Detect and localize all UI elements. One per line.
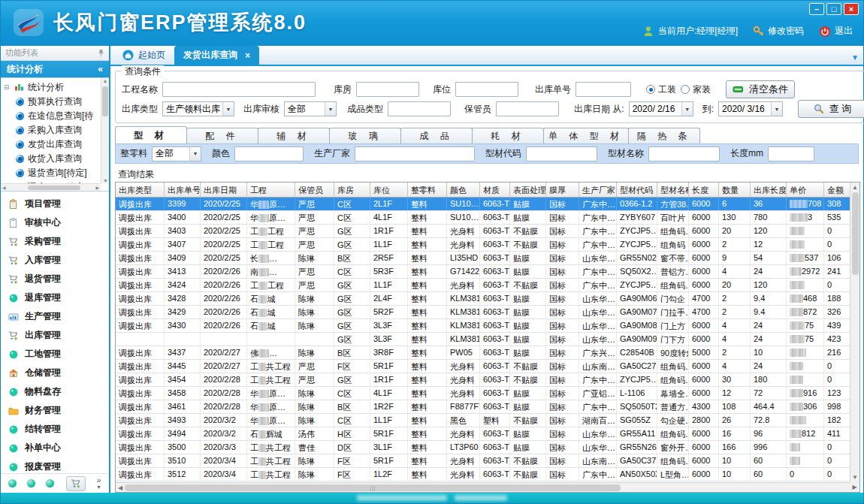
grid-column-header[interactable]: 单价 xyxy=(787,183,824,197)
radio-jiazhuang[interactable]: 家装 xyxy=(681,83,711,96)
material-tab[interactable]: 辅 材 xyxy=(258,128,330,143)
table-row[interactable]: 调拨出库35122020/3/4工共工程陈琳F区1L2F整料光身料6063-T5… xyxy=(116,468,850,481)
table-row[interactable]: 调拨出库34582020/2/28华原…陈琳C区4L1F整料光身料6063-T5… xyxy=(116,387,850,400)
tab-shipping-outbound-query[interactable]: 发货出库查询 × xyxy=(174,46,259,65)
circle-icon[interactable] xyxy=(46,479,54,487)
sidebar-item[interactable]: 报废管理 xyxy=(1,457,109,473)
tree-item[interactable]: 发货出库查询 xyxy=(4,137,109,152)
grid-column-header[interactable]: 库位 xyxy=(370,183,408,197)
sidebar-item[interactable]: 补单中心 xyxy=(1,439,109,457)
tree-item[interactable]: 收货入库查询 xyxy=(4,152,109,166)
product-type-input[interactable] xyxy=(388,101,451,116)
material-tab[interactable]: 隔 热 条 xyxy=(628,128,700,143)
tree-item[interactable]: 采购入库查询 xyxy=(4,123,109,137)
table-row[interactable]: 调拨出库34242020/2/26工工程严思G区1L1F整料光身料6063-T5… xyxy=(116,279,850,292)
grid-column-header[interactable]: 保管员 xyxy=(295,183,334,197)
tree-vertical-scrollbar[interactable]: ▲ ▼ xyxy=(101,78,109,183)
outbound-order-input[interactable] xyxy=(575,82,631,97)
table-row[interactable]: 调拨出库34292020/2/26石城陈琳G区5R2F整料KLM38176063… xyxy=(116,306,850,319)
sidebar-item[interactable]: 出库管理 xyxy=(1,326,109,345)
sidebar-item[interactable]: 物料盘存 xyxy=(1,382,109,401)
material-tab[interactable]: 配 件 xyxy=(186,128,258,143)
tree-root[interactable]: ⊟统计分析 xyxy=(4,80,109,95)
grid-column-header[interactable]: 整零料 xyxy=(408,183,447,197)
pin-icon[interactable] xyxy=(98,49,104,57)
filter-input[interactable] xyxy=(234,146,304,161)
date-from-select[interactable]: 2020/ 2/16 ▼ xyxy=(629,101,693,116)
tree-expand-icon[interactable]: ⊟ xyxy=(4,83,11,91)
table-row[interactable]: 调拨出库34092020/2/25长…陈琳B区2R5F整料LI35HD6063-… xyxy=(116,252,850,265)
tree-horizontal-scrollbar[interactable]: ◀ ▶ xyxy=(1,183,101,191)
chevron-down-icon[interactable]: ▼ xyxy=(222,102,234,116)
radio-gongzhuang[interactable]: 工装 xyxy=(646,83,676,96)
table-row[interactable]: 调拨出库34932020/3/2华原…陈琳C区1L1F整料黑色塑料不贴膜国标湖南… xyxy=(116,414,850,427)
table-row[interactable]: 调拨出库34282020/2/26石城陈琳G区2L4F整料KLM38176063… xyxy=(116,292,850,306)
clear-conditions-button[interactable]: 清空条件 xyxy=(726,80,795,98)
sidebar-item[interactable]: 工地管理 xyxy=(1,345,109,364)
material-tab[interactable]: 耗 材 xyxy=(472,128,544,143)
tab-home[interactable]: 起始页 xyxy=(113,46,174,65)
table-row[interactable]: 调拨出库33992020/2/25华原…严思C区2L1F整料SU10…6063-… xyxy=(116,198,850,211)
logout-button[interactable]: 退出 xyxy=(819,25,853,38)
cart-shortcut-button[interactable] xyxy=(66,476,86,491)
filter-input[interactable] xyxy=(768,146,814,161)
chevron-down-icon[interactable]: ▼ xyxy=(771,102,782,116)
grid-column-header[interactable]: 金额 xyxy=(824,183,850,197)
tree-item[interactable]: 退货查询[待定] xyxy=(4,166,109,180)
scrollbar-thumb[interactable] xyxy=(102,86,108,116)
scroll-up-icon[interactable]: ▲ xyxy=(103,78,108,83)
grid-vertical-scrollbar[interactable]: ▲ ▼ xyxy=(850,183,859,482)
sidebar-item[interactable]: 结转管理 xyxy=(1,420,109,439)
grid-column-header[interactable]: 数量 xyxy=(719,183,751,197)
table-row[interactable]: 调拨出库34002020/2/25华原…严思C区4L1F整料SU10…6063-… xyxy=(116,211,850,225)
tree-item[interactable]: 在途信息查询[待 xyxy=(4,109,109,123)
sidebar-item[interactable]: 财务管理 xyxy=(1,401,109,420)
scroll-up-icon[interactable]: ▲ xyxy=(852,184,858,191)
sidebar-item[interactable]: 审核中心 xyxy=(1,213,109,232)
material-tab[interactable]: 成 品 xyxy=(400,128,473,143)
warehouse-input[interactable] xyxy=(356,82,419,97)
grid-column-header[interactable]: 型材名称 xyxy=(657,183,689,197)
table-row[interactable]: 调拨出库34302020/2/26石城陈琳G区3L3F整料KLM38176063… xyxy=(116,319,850,333)
grid-column-header[interactable]: 工程 xyxy=(247,183,295,197)
scroll-right-icon[interactable]: ▶ xyxy=(95,185,99,190)
table-row[interactable]: 调拨出库35102020/3/4工共工程陈琳F区5R1F整料光身料6063-T5… xyxy=(116,454,850,468)
grid-column-header[interactable]: 出库日期 xyxy=(201,183,247,197)
scrollbar-thumb[interactable] xyxy=(852,192,859,275)
filter-input[interactable] xyxy=(355,146,475,161)
sidebar-item[interactable]: 项目管理 xyxy=(1,195,109,213)
circle-icon[interactable] xyxy=(27,479,35,487)
sidebar-item[interactable]: 退货管理 xyxy=(1,270,109,288)
table-row[interactable]: 调拨出库34032020/2/25工工程严思G区1R1F整料光身料6063-T5… xyxy=(116,225,850,238)
grid-horizontal-scrollbar[interactable]: ◀ ||| xyxy=(116,482,850,492)
grid-column-header[interactable]: 型材代码 xyxy=(617,183,657,197)
minimize-button[interactable]: – xyxy=(809,3,824,15)
grid-column-header[interactable]: 表面处理 xyxy=(510,183,546,197)
chevron-down-icon[interactable]: ▼ xyxy=(681,102,693,116)
tab-overflow-icon[interactable]: ▼ xyxy=(851,53,859,62)
filter-input[interactable] xyxy=(526,146,597,161)
location-input[interactable] xyxy=(455,82,518,97)
project-name-input[interactable] xyxy=(162,82,316,97)
scrollbar-thumb[interactable] xyxy=(28,186,80,190)
table-row[interactable]: G区3L3F整料KLM38176063-T5贴膜国标山东华…GA90M09…门下… xyxy=(116,333,850,346)
sidebar-item[interactable]: 退库管理 xyxy=(1,288,109,307)
outbound-type-select[interactable]: 生产领料出库 ▼ xyxy=(162,101,234,116)
more-chevrons-icon[interactable]: »▼ xyxy=(96,477,101,490)
scroll-down-icon[interactable]: ▼ xyxy=(103,178,108,183)
grid-column-header[interactable]: 出库单号 xyxy=(165,183,201,197)
table-row[interactable]: 调拨出库34542020/2/28工共工程严思G区1R1F整料光身料6063-T… xyxy=(116,373,850,387)
material-tab[interactable]: 单 体 型 材 xyxy=(543,128,629,143)
grid-column-header[interactable]: 长度 xyxy=(689,183,719,197)
scroll-down-icon[interactable]: ▼ xyxy=(852,474,858,481)
sidebar-section-header[interactable]: 统计分析 « xyxy=(1,61,109,77)
tree-item[interactable]: 预算执行查询 xyxy=(4,95,109,109)
close-button[interactable]: × xyxy=(844,3,859,15)
grid-column-header[interactable]: 材质 xyxy=(480,183,510,197)
grid-column-header[interactable]: 膜厚 xyxy=(546,183,579,197)
chevron-down-icon[interactable]: ▼ xyxy=(325,102,336,116)
grid-column-header[interactable]: 颜色 xyxy=(447,183,480,197)
scroll-left-icon[interactable]: ◀ xyxy=(118,484,122,491)
scrollbar-thumb[interactable]: ||| xyxy=(125,484,621,491)
sidebar-item[interactable]: 采购管理 xyxy=(1,232,109,251)
